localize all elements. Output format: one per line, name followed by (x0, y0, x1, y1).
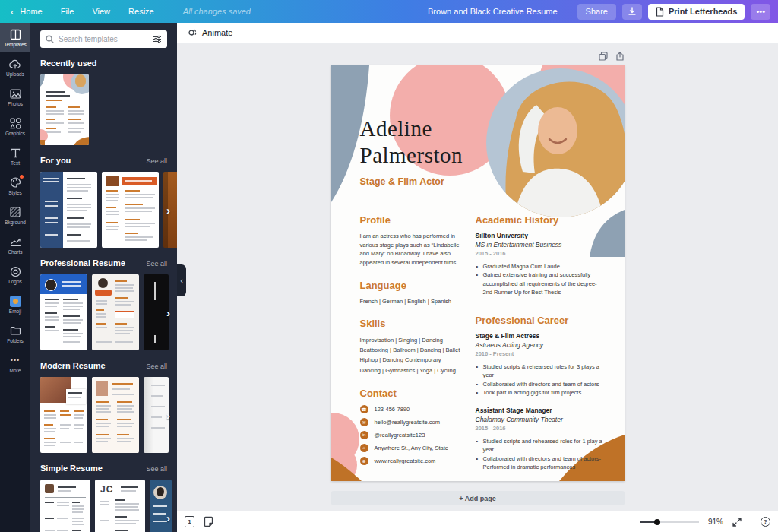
folder-icon (10, 325, 21, 337)
template-thumbnail[interactable] (40, 274, 87, 350)
panel-collapse-handle[interactable]: ‹ (177, 264, 186, 296)
notification-dot (20, 175, 24, 179)
add-page-button[interactable]: + Add page (331, 491, 625, 505)
sidebar-item-folders[interactable]: Folders (0, 319, 30, 349)
search-input[interactable] (59, 35, 153, 43)
resume-left-column[interactable]: Profile I am an actress who has performe… (360, 214, 468, 465)
back-chevron-icon[interactable]: ‹ (11, 6, 14, 17)
carousel-next-chevron[interactable]: › (166, 306, 170, 319)
templates-icon (10, 28, 21, 40)
see-all-professional[interactable]: See all (146, 260, 167, 268)
career-entry: Assistant Stage Manager Chalamay Communi… (476, 407, 606, 471)
status-bar: 1 91% ? (177, 511, 778, 532)
profile-heading: Profile (360, 214, 468, 226)
resume-right-column[interactable]: Academic History Sillton University MS i… (476, 214, 606, 481)
sidebar-rail: Templates Uploads Photos Graphics Text S… (0, 23, 30, 532)
see-all-modern[interactable]: See all (146, 363, 167, 370)
bullet-item: Graduated Magna Cum Laude (476, 262, 606, 271)
help-icon[interactable]: ? (761, 517, 770, 527)
resume-name[interactable]: Adeline Palmerston (360, 116, 463, 169)
template-thumbnail[interactable] (144, 274, 169, 350)
resume-role[interactable]: Stage & Film Actor (360, 176, 444, 187)
resume-page[interactable]: Adeline Palmerston Stage & Film Actor Pr… (331, 65, 625, 481)
search-box (40, 30, 167, 48)
section-title-professional: Professional Resume (40, 258, 125, 268)
contact-row: ✉ hello@reallygreatsite.com (360, 418, 468, 426)
see-all-simple[interactable]: See all (146, 465, 167, 473)
professional-row: › (40, 274, 167, 350)
sidebar-item-text[interactable]: Text (0, 141, 30, 171)
more-dots-icon: ••• (11, 354, 20, 366)
sidebar-item-uploads[interactable]: Uploads (0, 52, 30, 82)
fullscreen-icon[interactable] (732, 518, 742, 527)
zoom-level: 91% (708, 518, 723, 526)
filter-icon[interactable] (153, 35, 162, 43)
profile-photo (505, 82, 625, 217)
career-heading: Professional Career (476, 315, 606, 326)
page-manager-icon[interactable]: 1 (185, 516, 194, 527)
canvas-area[interactable]: Adeline Palmerston Stage & Film Actor Pr… (177, 44, 778, 511)
template-thumbnail-recent-resume[interactable] (40, 74, 89, 145)
export-page-icon[interactable] (615, 52, 625, 61)
save-status: All changes saved (183, 7, 251, 16)
template-thumbnail[interactable] (40, 480, 90, 532)
bullet-item: Collaborated with directors and team of … (476, 454, 606, 472)
template-thumbnail[interactable] (92, 274, 139, 350)
sidebar-item-photos[interactable]: Photos (0, 82, 30, 112)
location-icon: ⌂ (360, 444, 368, 452)
share-button[interactable]: Share (577, 4, 616, 20)
sidebar-item-templates[interactable]: Templates (0, 23, 30, 52)
zoom-slider-thumb[interactable] (654, 519, 660, 525)
skills-heading: Skills (360, 318, 468, 329)
menu-resize[interactable]: Resize (128, 7, 154, 16)
sidebar-item-more[interactable]: ••• More (0, 349, 30, 378)
template-thumbnail[interactable] (92, 377, 139, 453)
carousel-next-chevron[interactable]: › (166, 511, 170, 524)
animate-button[interactable]: Animate (186, 27, 232, 38)
template-thumbnail[interactable] (144, 377, 169, 453)
carousel-next-chevron[interactable]: › (166, 204, 170, 217)
template-thumbnail[interactable] (163, 172, 177, 248)
contact-row: ☎ 123-456-7890 (360, 405, 468, 413)
top-menu-bar: ‹ Home File View Resize All changes save… (0, 0, 778, 23)
contact-row: ⌂ Anywhere St., Any City, State (360, 444, 468, 452)
sidebar-item-logos[interactable]: Logos (0, 260, 30, 290)
duplicate-page-icon[interactable] (599, 52, 608, 61)
emoji-icon (10, 295, 21, 307)
zoom-slider[interactable] (640, 521, 699, 523)
logos-icon (10, 265, 21, 277)
email-icon: ✉ (360, 418, 368, 426)
sidebar-item-styles[interactable]: Styles (0, 171, 30, 201)
menu-view[interactable]: View (92, 7, 110, 16)
canvas-toolbar: Animate (177, 23, 778, 43)
linkedin-icon: in (360, 431, 368, 439)
print-letterheads-button[interactable]: Print Letterheads (648, 4, 745, 20)
more-options-button[interactable]: ••• (751, 4, 770, 20)
academic-entry: Sillton University MS in Entertainment B… (476, 232, 606, 296)
template-thumbnail[interactable] (102, 172, 159, 248)
carousel-next-chevron[interactable]: › (166, 409, 170, 422)
text-icon (11, 147, 21, 159)
sidebar-item-emoji[interactable]: Emoji (0, 290, 30, 319)
download-button[interactable] (622, 4, 642, 20)
menu-file[interactable]: File (61, 7, 74, 16)
see-all-for-you[interactable]: See all (146, 157, 167, 165)
templates-panel: Recently used (30, 23, 177, 532)
section-title-recently-used: Recently used (40, 59, 97, 68)
academic-heading: Academic History (476, 214, 606, 226)
template-thumbnail[interactable] (40, 377, 87, 453)
section-title-for-you: For you (40, 156, 71, 165)
sidebar-item-bkground[interactable]: Bkground (0, 201, 30, 230)
template-thumbnail[interactable] (40, 172, 97, 248)
charts-icon (10, 236, 21, 248)
bullet-item: Collaborated with directors and team of … (476, 380, 606, 388)
sidebar-item-charts[interactable]: Charts (0, 230, 30, 260)
notes-icon[interactable] (204, 516, 213, 527)
background-texture-icon (10, 206, 21, 218)
menu-home[interactable]: Home (20, 7, 42, 16)
photos-icon (10, 87, 21, 100)
skills-line: Beatboxing | Ballroom | Dancing | Ballet (360, 345, 468, 355)
template-thumbnail[interactable]: JC (95, 480, 145, 532)
sidebar-item-graphics[interactable]: Graphics (0, 112, 30, 141)
document-title[interactable]: Brown and Black Creative Resume (428, 7, 558, 16)
